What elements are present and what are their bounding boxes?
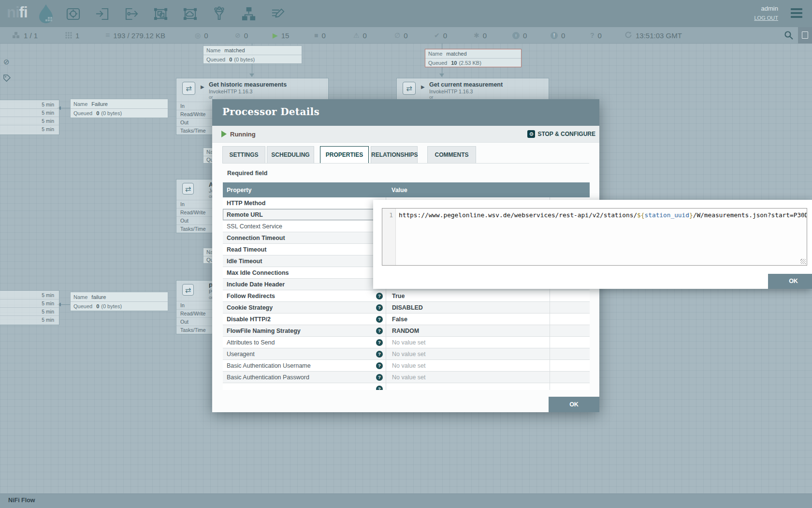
dialog-ok-button[interactable]: OK: [549, 397, 599, 412]
transmitting-icon: ◎: [195, 32, 201, 39]
help-icon[interactable]: ?: [376, 316, 383, 323]
stat-5min: 5 min: [0, 100, 59, 108]
help-icon[interactable]: ?: [376, 304, 383, 311]
tab-properties[interactable]: PROPERTIES: [320, 146, 369, 164]
queued-size: (0 bytes): [101, 110, 122, 116]
process-group-icon[interactable]: [153, 6, 168, 22]
help-icon[interactable]: ?: [376, 362, 383, 369]
help-icon[interactable]: ?: [376, 293, 383, 299]
processor-icon: ⇄: [182, 284, 194, 296]
status-threads: 1: [65, 27, 79, 44]
tab-relationships[interactable]: RELATIONSHIPS: [371, 146, 418, 164]
queued-size: (2.53 KB): [459, 60, 481, 66]
connection-label-matched[interactable]: Namematched Queued0(0 bytes): [203, 45, 302, 64]
label-value: matched: [224, 47, 245, 53]
logout-link[interactable]: LOG OUT: [754, 15, 778, 21]
running-indicator-icon: ▶: [201, 84, 204, 90]
connection-line: [59, 304, 70, 305]
status-value: 193 / 279.12 KB: [113, 31, 165, 40]
value-editor-popup: 1 https://www.pegelonline.wsv.de/webserv…: [373, 200, 812, 289]
processor-icon[interactable]: [66, 6, 81, 22]
queued-list-icon: ≡: [105, 31, 110, 39]
table-row[interactable]: Useragent? No value set: [223, 348, 590, 360]
tab-comments[interactable]: COMMENTS: [427, 146, 476, 164]
running-play-icon: [221, 131, 227, 137]
stat-5min: 5 min: [0, 315, 59, 324]
table-row[interactable]: Disable HTTP/2? False: [223, 314, 590, 325]
status-refresh[interactable]: 13:51:03 GMT: [624, 27, 682, 44]
help-icon[interactable]: ?: [376, 328, 383, 334]
stat-5min: 5 min: [0, 307, 59, 315]
processor-fragment[interactable]: 5 min 5 min 5 min 5 min: [0, 100, 59, 135]
running-indicator-icon: ▶: [421, 84, 425, 90]
resize-handle-icon[interactable]: [800, 259, 806, 264]
global-menu-icon[interactable]: [791, 8, 802, 18]
help-icon[interactable]: ?: [376, 374, 383, 381]
help-icon[interactable]: ?: [376, 339, 383, 346]
status-not-transmitting: ⊘ 0: [235, 27, 248, 44]
status-bar: 1 / 1 1 ≡ 193 / 279.12 KB ◎ 0 ⊘ 0 ▶ 15 ■…: [0, 27, 812, 44]
help-icon[interactable]: ?: [376, 386, 383, 390]
queued-size: (0 bytes): [234, 57, 255, 62]
processor-title: Get historic measurements: [209, 81, 287, 88]
thread-grid-icon: [65, 31, 72, 40]
stopped-icon: ■: [314, 32, 318, 39]
disabled-icon: ∅: [394, 32, 400, 39]
table-row[interactable]: Basic Authentication Username? No value …: [223, 360, 590, 372]
stop-and-configure-button[interactable]: ⚙ STOP & CONFIGURE: [527, 130, 595, 138]
label-icon[interactable]: [271, 6, 286, 22]
running-status: Running: [230, 131, 256, 138]
status-value: 0: [363, 31, 367, 40]
template-icon[interactable]: [241, 6, 256, 22]
remote-url-value[interactable]: https://www.pegelonline.wsv.de/webservic…: [396, 209, 807, 265]
input-port-icon[interactable]: [95, 6, 110, 22]
output-port-icon[interactable]: [124, 6, 139, 22]
label-key: Queued: [206, 57, 225, 62]
bulletin-board-button[interactable]: [798, 27, 812, 44]
funnel-icon[interactable]: [212, 6, 227, 22]
status-running: ▶ 15: [273, 27, 289, 44]
note-icon: [802, 31, 808, 39]
el-variable: station_uuid: [645, 211, 689, 219]
status-queued: ≡ 193 / 279.12 KB: [105, 27, 165, 44]
current-user: admin: [761, 5, 778, 12]
queued-count: 10: [451, 60, 457, 66]
tab-settings[interactable]: SETTINGS: [222, 146, 265, 164]
processor-type: InvokeHTTP 1.16.3: [429, 89, 473, 94]
cluster-cubes-icon: [12, 31, 20, 40]
table-row[interactable]: Basic Authentication Password? No value …: [223, 372, 590, 383]
label-key: Name: [428, 51, 442, 57]
queued-size: (0 bytes): [101, 303, 122, 309]
status-disabled: ∅ 0: [394, 27, 408, 44]
breadcrumb[interactable]: NiFi Flow: [8, 497, 35, 504]
help-icon[interactable]: ?: [376, 351, 383, 358]
table-row[interactable]: Attributes to Send? No value set: [223, 337, 590, 348]
value-column-header: Value: [386, 187, 550, 194]
tab-scheduling[interactable]: SCHEDULING: [267, 146, 314, 164]
processor-fragment[interactable]: 5 min 5 min 5 min 5 min: [0, 290, 59, 325]
status-transmitting: ◎ 0: [195, 27, 208, 44]
table-row[interactable]: FlowFile Naming Strategy? RANDOM: [223, 325, 590, 337]
processor-title: Get current measurement: [429, 81, 503, 88]
running-icon: ▶: [273, 32, 278, 39]
status-value: 0: [321, 31, 325, 40]
tag-icon: [3, 75, 11, 83]
label-key: Queued: [428, 60, 447, 66]
required-field-note: Required field: [227, 170, 267, 177]
last-refresh-time: 13:51:03 GMT: [636, 31, 682, 40]
refresh-icon[interactable]: [624, 31, 632, 40]
table-row[interactable]: Follow Redirects? True: [223, 290, 590, 302]
connection-label-failure[interactable]: Namefailure Queued0(0 bytes): [70, 292, 168, 311]
table-row[interactable]: Cookie Strategy? DISABLED: [223, 302, 590, 314]
remote-process-group-icon[interactable]: [183, 6, 198, 22]
label-value: failure: [91, 294, 106, 300]
label-key: Name: [73, 101, 87, 107]
value-editor-textarea[interactable]: 1 https://www.pegelonline.wsv.de/webserv…: [382, 208, 807, 266]
dialog-status-row: Running ⚙ STOP & CONFIGURE: [212, 126, 599, 143]
not-transmitting-icon: ⊘: [235, 32, 241, 39]
connection-label-matched-selected[interactable]: Namematched Queued10(2.53 KB): [425, 49, 522, 67]
exclamation-circle-icon: !: [551, 32, 558, 39]
search-icon[interactable]: [784, 30, 794, 42]
connection-label-failure[interactable]: NameFailure Queued0(0 bytes): [70, 99, 168, 118]
editor-ok-button[interactable]: OK: [768, 274, 812, 289]
